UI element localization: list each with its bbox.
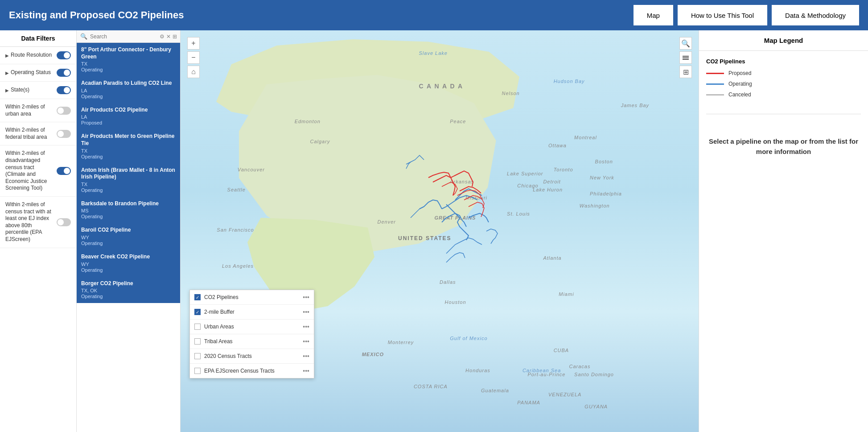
pipeline-item-7[interactable]: Beaver Creek CO2 Pipeline WY Operating <box>77 250 180 277</box>
layer-checkbox-tribal[interactable] <box>194 338 201 345</box>
pipeline-state: WY <box>81 235 176 240</box>
layer-checkbox-ejscreen[interactable] <box>194 368 201 374</box>
denver-label: Denver <box>378 219 396 224</box>
hudson-bay-label: Hudson Bay <box>554 79 585 84</box>
mexico-label: MEXICO <box>362 352 384 357</box>
pipeline-name: Baroil CO2 Pipeline <box>81 227 176 234</box>
pipeline-name: Barksdale to Brandon Pipeline <box>81 200 176 208</box>
pipeline-item-8[interactable]: Borger CO2 Pipeline TX, OK Operating <box>77 277 180 303</box>
philadelphia-label: Philadelphia <box>590 191 622 196</box>
layer-options-buffer[interactable]: ••• <box>303 308 309 316</box>
grid-icon[interactable]: ⊞ <box>173 33 177 40</box>
dallas-label: Dallas <box>440 279 456 285</box>
pipeline-status: Operating <box>81 67 176 72</box>
pipeline-status: Operating <box>81 267 176 273</box>
great-plains-label: GREAT PLAINS <box>434 215 476 220</box>
legend-item-operating: Operating <box>706 81 861 87</box>
header: Existing and Proposed CO2 Pipelines Map … <box>0 0 868 30</box>
grid-map-button[interactable]: ⊞ <box>679 66 692 78</box>
washington-label: Washington <box>580 203 610 208</box>
search-input[interactable] <box>90 33 157 40</box>
pipeline-item-6[interactable]: Baroil CO2 Pipeline WY Operating <box>77 223 180 250</box>
pipeline-name: Acadian Paradis to Luling CO2 Line <box>81 80 176 87</box>
map-area[interactable]: C A N A D A UNITED STATES GREAT PLAINS M… <box>181 30 699 432</box>
filter-urban-area[interactable]: Within 2-miles of urban area <box>0 99 76 122</box>
home-button[interactable]: ⌂ <box>187 66 200 78</box>
layer-row-co2[interactable]: ✓ CO2 Pipelines ••• <box>190 290 314 305</box>
nav-map-button[interactable]: Map <box>634 5 673 25</box>
filter-route-resolution[interactable]: ▶ Route Resolution <box>0 47 76 64</box>
zoom-out-button[interactable]: − <box>187 51 200 64</box>
caracas-label: Caracas <box>569 364 591 369</box>
filter-icon[interactable]: ⚙ <box>160 33 165 40</box>
zoom-in-button[interactable]: + <box>187 37 200 50</box>
layers-button[interactable] <box>679 51 692 64</box>
layer-checkbox-census[interactable] <box>194 353 201 359</box>
layer-row-tribal[interactable]: Tribal Areas ••• <box>190 334 314 349</box>
guatemala-label: Guatemala <box>481 388 509 393</box>
nav-data-button[interactable]: Data & Methodology <box>772 5 859 25</box>
gulf-mexico-label: Gulf of Mexico <box>450 336 487 341</box>
vancouver-label: Vancouver <box>238 167 265 172</box>
filter-toggle-tribal[interactable] <box>57 130 71 138</box>
layer-options-urban[interactable]: ••• <box>303 323 309 330</box>
filter-toggle-disadvantaged[interactable] <box>57 167 71 175</box>
layer-checkbox-co2[interactable]: ✓ <box>194 294 201 300</box>
map-controls-right: 🔍 ⊞ <box>679 37 692 78</box>
filter-toggle-operating-status[interactable] <box>57 69 71 77</box>
filter-toggle-ej[interactable] <box>57 218 71 226</box>
filter-operating-status[interactable]: ▶ Operating Status <box>0 64 76 82</box>
pipeline-state: TX <box>81 148 176 154</box>
filter-ej-index[interactable]: Within 2-miles of census tract with at l… <box>0 197 76 248</box>
layer-row-census[interactable]: 2020 Census Tracts ••• <box>190 349 314 364</box>
detroit-label: Detroit <box>543 179 560 184</box>
pipeline-name: Air Products Meter to Green Pipeline Tie <box>81 133 176 147</box>
pipeline-status: Operating <box>81 214 176 219</box>
lakehuron-label: Lake Huron <box>533 187 563 192</box>
filter-states[interactable]: ▶ State(s) <box>0 82 76 99</box>
pipeline-item-0[interactable]: 8" Port Arthur Connector - Denbury Green… <box>77 43 180 76</box>
svg-rect-1 <box>683 58 689 58</box>
layer-options-co2[interactable]: ••• <box>303 294 309 301</box>
legend-section: CO2 Pipelines Proposed Operating Cancele… <box>699 51 868 109</box>
layer-options-tribal[interactable]: ••• <box>303 338 309 345</box>
svg-rect-2 <box>683 59 689 60</box>
pipeline-item-5[interactable]: Barksdale to Brandon Pipeline MS Operati… <box>77 197 180 224</box>
layer-row-urban[interactable]: Urban Areas ••• <box>190 320 314 334</box>
layer-row-buffer[interactable]: ✓ 2-mile Buffer ••• <box>190 305 314 320</box>
pipeline-state: LA <box>81 88 176 93</box>
pipeline-item-4[interactable]: Anton Irish (Bravo Mallet - 8 in Anton I… <box>77 163 180 197</box>
pipeline-item-1[interactable]: Acadian Paradis to Luling CO2 Line LA Op… <box>77 76 180 103</box>
pipeline-item-3[interactable]: Air Products Meter to Green Pipeline Tie… <box>77 129 180 163</box>
losangeles-label: Los Angeles <box>222 263 254 269</box>
filter-toggle-urban[interactable] <box>57 107 71 115</box>
filter-toggle-route-resolution[interactable] <box>57 51 71 59</box>
search-map-button[interactable]: 🔍 <box>679 37 692 50</box>
filter-tribal-area[interactable]: Within 2-miles of federal tribal area <box>0 122 76 145</box>
pipeline-item-2[interactable]: Air Products CO2 Pipeline LA Proposed <box>77 103 180 130</box>
peace-label: Peace <box>450 119 466 124</box>
map-controls-left: + − ⌂ <box>187 37 200 78</box>
filter-toggle-states[interactable] <box>57 86 71 94</box>
panama-label: PANAMA <box>517 400 540 405</box>
arkansas-label: Arkansas <box>450 179 474 184</box>
layer-name: EPA EJScreen Census Tracts <box>204 368 299 374</box>
atlanta-label: Atlanta <box>543 255 561 261</box>
layer-row-ejscreen[interactable]: EPA EJScreen Census Tracts ••• <box>190 364 314 378</box>
layer-options-census[interactable]: ••• <box>303 353 309 360</box>
legend-label-proposed: Proposed <box>728 70 751 76</box>
pipeline-status: Operating <box>81 154 176 159</box>
close-icon[interactable]: ✕ <box>166 33 171 40</box>
lakesuperior-label: Lake Superior <box>507 171 543 176</box>
guyana-label: GUYANA <box>584 404 608 409</box>
stlouis-label: St. Louis <box>507 211 530 216</box>
layer-options-ejscreen[interactable]: ••• <box>303 367 309 374</box>
nav-how-to-button[interactable]: How to Use This Tool <box>678 5 767 25</box>
layer-checkbox-buffer[interactable]: ✓ <box>194 309 201 315</box>
newyork-label: New York <box>590 175 614 180</box>
layer-checkbox-urban[interactable] <box>194 324 201 330</box>
pipeline-state: TX <box>81 182 176 187</box>
filter-disadvantaged-census[interactable]: Within 2-miles of disadvantaged census t… <box>0 145 76 197</box>
legend-line-proposed <box>706 73 724 74</box>
ottawa-label: Ottawa <box>548 143 567 148</box>
